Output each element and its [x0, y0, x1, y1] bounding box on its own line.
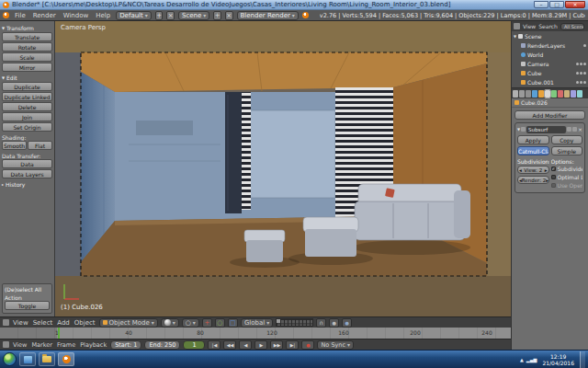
selectable-toggle-icon[interactable]	[580, 63, 582, 65]
outliner-display-dropdown[interactable]: All Scenes	[560, 23, 584, 30]
add-layout-button[interactable]: +	[155, 11, 164, 20]
frame-menu[interactable]: Frame	[56, 341, 76, 349]
explorer-taskbar-icon[interactable]	[39, 352, 55, 366]
3d-viewport[interactable]: Camera Persp (1) Cube.026	[55, 21, 511, 316]
renderable-toggle-icon[interactable]	[583, 81, 586, 84]
pivot-dropdown[interactable]: ○ ▾	[182, 318, 199, 328]
screen-layout-dropdown[interactable]: Default ▾	[116, 11, 152, 20]
rotate-manipulator-icon[interactable]: ○	[215, 318, 225, 328]
add-modifier-dropdown[interactable]: Add Modifier	[514, 110, 585, 120]
transform-panel-header[interactable]: ▼ Transform	[2, 25, 52, 31]
sofa[interactable]	[355, 184, 470, 240]
triangle-down-icon[interactable]: ▼	[517, 127, 520, 132]
close-button[interactable]: ×	[565, 1, 585, 8]
outliner-item-renderlayers[interactable]: RenderLayers	[512, 40, 588, 50]
render-anim-icon[interactable]: ●	[342, 318, 352, 328]
view-subdivisions-stepper[interactable]: ◂ View: 2 ▸	[517, 166, 549, 174]
start-button[interactable]	[3, 352, 17, 366]
auto-keyframe-button[interactable]: ●	[301, 340, 314, 350]
simple-button[interactable]: Simple	[551, 146, 583, 155]
blender-menu-icon[interactable]	[3, 12, 9, 18]
delete-layout-button[interactable]: ×	[166, 11, 175, 20]
end-frame-field[interactable]: End: 250	[144, 340, 180, 350]
render-still-icon[interactable]: ●	[329, 318, 339, 328]
app-taskbar-icon[interactable]	[19, 352, 36, 366]
file-menu[interactable]: File	[13, 12, 28, 19]
timeline-view-menu[interactable]: View	[12, 341, 28, 349]
add-menu[interactable]: Add	[56, 319, 71, 327]
tab-texture-icon[interactable]	[564, 90, 570, 98]
tab-data-icon[interactable]	[551, 90, 557, 98]
object-menu[interactable]: Object	[74, 319, 96, 327]
data-button[interactable]: Data	[2, 159, 52, 168]
marker-menu[interactable]: Marker	[30, 341, 52, 349]
data-layers-button[interactable]: Data Layers	[2, 169, 52, 178]
scale-manipulator-icon[interactable]: □	[228, 318, 238, 328]
tab-render-layers-icon[interactable]	[519, 90, 525, 98]
translate-manipulator-icon[interactable]: +	[202, 318, 212, 328]
optimal-display-checkbox[interactable]: Optimal Display	[551, 174, 583, 180]
network-icon[interactable]: ▂▄▆	[526, 357, 537, 362]
snap-icon[interactable]: ∩	[316, 318, 326, 328]
view-menu[interactable]: View	[12, 319, 29, 327]
render-subdivisions-stepper[interactable]: ◂ Render: 2 ▸	[517, 176, 549, 184]
set-origin-dropdown[interactable]: Set Origin	[2, 122, 52, 132]
modifier-view-toggle-icon[interactable]	[572, 127, 577, 132]
visibility-toggle-icon[interactable]	[576, 81, 579, 84]
apply-button[interactable]: Apply	[517, 135, 549, 144]
mirror-button[interactable]: Mirror	[2, 63, 52, 72]
select-menu[interactable]: Select	[32, 319, 54, 327]
timeline-editor-icon[interactable]	[3, 341, 9, 348]
render-engine-dropdown[interactable]: Blender Render ▾	[237, 11, 299, 20]
start-frame-field[interactable]: Start: 1	[110, 340, 141, 350]
selectable-toggle-icon[interactable]	[580, 72, 582, 75]
stepper-right-icon[interactable]: ▸	[545, 167, 548, 173]
renderable-toggle-icon[interactable]	[583, 63, 586, 65]
rotate-button[interactable]: Rotate	[2, 42, 52, 52]
catmull-clark-button[interactable]: Catmull-Clark	[517, 146, 549, 155]
timeline-strip[interactable]: 1 40 80 120 160 200 240	[0, 328, 511, 339]
action-toggle-dropdown[interactable]: Toggle	[5, 301, 50, 310]
window-menu[interactable]: Window	[62, 12, 91, 19]
outliner-editor-icon[interactable]	[514, 23, 520, 29]
tab-physics-icon[interactable]	[577, 90, 582, 98]
layers-widget[interactable]	[276, 318, 313, 327]
delete-button[interactable]: Delete	[2, 102, 52, 111]
tab-object-icon[interactable]	[538, 90, 544, 98]
play-button[interactable]: ▶	[254, 340, 267, 350]
scale-button[interactable]: Scale	[2, 52, 52, 62]
renderable-toggle-icon[interactable]	[583, 72, 586, 75]
sync-dropdown[interactable]: No Sync ▾	[317, 340, 354, 350]
subdivide-uvs-checkbox[interactable]: ✓ Subdivide UVs	[551, 166, 583, 172]
translate-button[interactable]: Translate	[2, 32, 52, 41]
orientation-dropdown[interactable]: Global ▾	[241, 318, 273, 328]
scene-dropdown[interactable]: Scene ▾	[178, 11, 209, 20]
viewport-shading-dropdown[interactable]: ▾	[161, 318, 179, 328]
3d-scene[interactable]	[55, 21, 511, 316]
jump-to-start-button[interactable]: |◀	[208, 340, 220, 350]
previous-keyframe-button[interactable]: ◀◀	[223, 340, 236, 350]
selectable-toggle-icon[interactable]	[580, 81, 582, 84]
modifier-close-icon[interactable]: ×	[578, 126, 582, 132]
minimize-button[interactable]: –	[534, 1, 548, 8]
outliner-item-scene[interactable]: ▼ Scene	[512, 31, 588, 40]
outliner-item-cube[interactable]: Cube	[512, 68, 588, 77]
play-reverse-button[interactable]: ◀	[239, 340, 252, 350]
show-desktop-button[interactable]	[580, 351, 585, 368]
render-menu[interactable]: Render	[31, 12, 58, 19]
help-menu[interactable]: Help	[94, 12, 112, 19]
tab-render-icon[interactable]	[513, 90, 518, 98]
stepper-right-icon[interactable]: ▸	[546, 178, 548, 183]
tab-scene-icon[interactable]	[526, 90, 531, 98]
smooth-button[interactable]: Smooth	[2, 141, 27, 150]
show-hidden-icons-icon[interactable]: ▲	[520, 357, 524, 362]
history-panel-header[interactable]: ▸ History	[2, 181, 52, 188]
3d-view-editor-icon[interactable]	[3, 319, 9, 326]
active-layer-cell[interactable]	[277, 319, 280, 323]
clock[interactable]: 12:19 21/04/2016	[539, 353, 577, 366]
visibility-toggle-icon[interactable]	[576, 72, 579, 75]
current-frame-marker[interactable]	[58, 328, 60, 339]
outliner-item-cube-001[interactable]: Cube.001	[512, 77, 588, 86]
jump-to-end-button[interactable]: ▶|	[286, 340, 299, 350]
modifier-render-toggle-icon[interactable]	[567, 127, 571, 132]
